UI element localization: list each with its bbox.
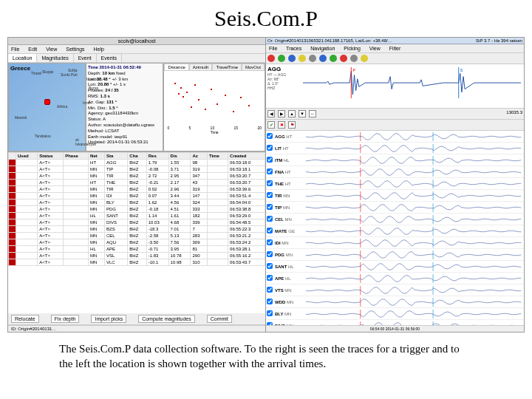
trace-checkbox[interactable] [266, 168, 273, 175]
nav-next-icon[interactable]: ▶ [278, 110, 285, 117]
table-header[interactable]: Cha [128, 153, 146, 160]
row-selector[interactable] [9, 173, 16, 180]
trace-row[interactable]: VTS MN [266, 284, 524, 296]
trace-waveform[interactable] [306, 262, 524, 271]
rmenu-picking[interactable]: Picking [344, 46, 361, 51]
row-selector[interactable] [9, 253, 16, 259]
trace-row[interactable]: DIVS MN [266, 320, 524, 325]
row-selector[interactable] [9, 219, 16, 226]
row-selector[interactable] [9, 186, 16, 193]
trace-checkbox[interactable] [266, 228, 273, 234]
tool-icon[interactable] [330, 55, 337, 62]
trace-waveform[interactable] [306, 310, 524, 318]
accept-icon[interactable]: ✔ [267, 121, 275, 129]
table-header[interactable]: Az [191, 153, 207, 160]
reject-icon[interactable]: ✖ [278, 121, 285, 129]
tool-icon[interactable] [361, 55, 368, 62]
arrivals-table[interactable]: UsedStatusPhaseNetStaChaResDisAzTimeCrea… [8, 152, 265, 266]
trace-row[interactable]: IDI MN [266, 237, 524, 249]
trace-checkbox[interactable] [266, 133, 273, 140]
rmenu-nav[interactable]: Navigation [310, 46, 335, 51]
trace-row[interactable]: PDG MN [266, 249, 524, 261]
trace-checkbox[interactable] [266, 310, 273, 317]
menu-help[interactable]: Help [94, 47, 104, 52]
trace-waveform[interactable] [306, 239, 524, 248]
nav-prev-icon[interactable]: ◀ [267, 110, 275, 117]
table-header[interactable]: Used [16, 153, 38, 160]
table-row[interactable]: A<T>MNVSLBHZ-1.8310.7829006:55:16.2 [9, 253, 265, 259]
trace-waveform[interactable] [306, 215, 524, 224]
trace-checkbox[interactable] [266, 157, 273, 163]
row-selector[interactable] [9, 233, 16, 239]
tool-icon[interactable] [299, 55, 306, 62]
trace-checkbox[interactable] [266, 299, 273, 305]
table-header[interactable]: Created [228, 153, 265, 160]
trace-waveform[interactable] [306, 132, 524, 141]
plot-area[interactable]: 0 5 10 15 20 [164, 71, 265, 130]
trace-row[interactable]: THE HT [266, 178, 524, 190]
tab-events[interactable]: Events [97, 54, 122, 62]
trace-checkbox[interactable] [266, 263, 273, 270]
trace-row[interactable]: TIR MN [266, 190, 524, 202]
trace-waveform[interactable] [306, 286, 524, 295]
table-header[interactable]: Phase [64, 153, 89, 160]
trace-checkbox[interactable] [266, 239, 273, 246]
trace-waveform[interactable] [306, 274, 524, 283]
nav-down-icon[interactable]: ▼ [299, 110, 306, 117]
row-selector[interactable] [9, 193, 16, 200]
trace-row[interactable]: APE HL [266, 273, 524, 284]
tool-icon[interactable] [319, 55, 327, 62]
trace-row[interactable]: FNA HT [266, 166, 524, 178]
tab-event[interactable]: Event [74, 54, 97, 62]
zoom-trace[interactable]: AGG HT — AGG Az: 98° Δ: 1.5° HHZ P S [266, 64, 524, 109]
row-selector[interactable] [9, 200, 16, 206]
table-header[interactable]: Net [89, 153, 105, 160]
map-view[interactable]: Greece TiranëSunki PotiSkopjeSofijaIstan… [8, 63, 86, 151]
trace-waveform[interactable] [306, 191, 524, 200]
flag-icon[interactable]: ⚑ [288, 121, 296, 129]
row-selector[interactable] [9, 246, 16, 253]
tool-icon[interactable] [278, 55, 285, 62]
table-row[interactable]: A<T>MNTIRBHZ2.722.9534706:53:20.7 [9, 173, 265, 180]
trace-row[interactable]: SANT HL [266, 261, 524, 273]
plot-tab-travel[interactable]: TravelTime [212, 64, 242, 71]
table-row[interactable]: A<T>MNDIVSBHZ10.034.6833906:54:48.5 [9, 219, 265, 226]
table-header[interactable]: Status [38, 153, 64, 160]
trace-checkbox[interactable] [266, 216, 273, 222]
table-row[interactable]: A<T>HLAPEBHZ-0.713.958106:53:28.1 [9, 246, 265, 253]
trace-waveform[interactable] [306, 203, 524, 212]
table-row[interactable]: A<T>HTAGGBHZ1.791.559806:53:18.0 [9, 160, 265, 166]
table-row[interactable]: A<T>MNBLYBHZ1.624.5632406:54:04.0 [9, 200, 265, 206]
table-row[interactable]: A<T>MNIDIBHZ0.073.4414706:53:51.4 [9, 193, 265, 200]
table-header[interactable]: Time [207, 153, 228, 160]
trace-checkbox[interactable] [266, 180, 273, 187]
trace-waveform[interactable] [306, 227, 524, 236]
trace-waveform[interactable] [306, 250, 524, 259]
table-row[interactable]: A<T>MNVLCBHZ-10.110.9831006:53:43.7 [9, 259, 265, 266]
trace-row[interactable]: WDD MN [266, 296, 524, 308]
trace-row[interactable]: CEL MN [266, 214, 524, 225]
nav-fit-icon[interactable]: ↔ [309, 110, 316, 117]
row-selector[interactable] [9, 180, 16, 186]
trace-waveform[interactable] [306, 298, 524, 307]
tab-magnitudes[interactable]: Magnitudes [37, 54, 73, 62]
row-selector[interactable] [9, 213, 16, 219]
trace-checkbox[interactable] [266, 192, 273, 199]
menu-settings[interactable]: Settings [66, 47, 84, 52]
tool-icon[interactable] [350, 55, 358, 62]
trace-waveform[interactable] [306, 156, 524, 165]
table-row[interactable]: A<T>HTTHEBHZ-0.212.174306:53:20.7 [9, 180, 265, 186]
computemag-button[interactable]: Compute magnitudes [138, 315, 195, 323]
trace-checkbox[interactable] [266, 275, 273, 282]
row-selector[interactable] [9, 206, 16, 213]
row-selector[interactable] [9, 226, 16, 233]
tool-icon[interactable] [340, 55, 347, 62]
commit-button[interactable]: Commit [207, 315, 232, 323]
trace-row[interactable]: LIT HT [266, 143, 524, 154]
table-header[interactable]: Sta [104, 153, 127, 160]
trace-waveform[interactable] [306, 180, 524, 188]
tool-icon[interactable] [288, 55, 296, 62]
table-row[interactable]: A<T>MNCELBHZ-2.585.1328306:53:21.2 [9, 233, 265, 239]
plot-tab-distance[interactable]: Distance [164, 64, 188, 71]
importpicks-button[interactable]: Import picks [91, 315, 126, 323]
